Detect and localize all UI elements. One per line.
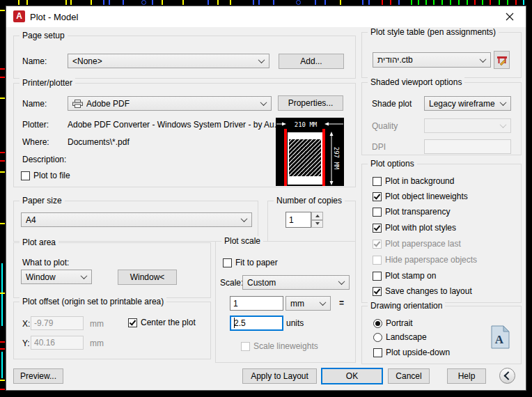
plotter-value: Adobe PDF Converter - Windows System Dri… <box>68 120 281 130</box>
quality-select <box>424 118 511 133</box>
page-setup-name-label: Name: <box>22 56 47 66</box>
portrait-radio[interactable]: Portrait <box>373 318 413 328</box>
help-button[interactable]: Help <box>447 368 486 384</box>
printer-legend: Printer/plotter <box>19 78 75 88</box>
checkbox-plot-object-lineweights[interactable]: Plot object lineweights <box>373 192 468 201</box>
equals-sign: = <box>339 298 344 308</box>
fewer-options-button[interactable] <box>499 368 515 384</box>
checkbox-box <box>373 256 382 265</box>
copies-spin-buttons <box>311 212 323 228</box>
preview-button[interactable]: Preview... <box>13 368 63 384</box>
description-label: Description: <box>22 155 66 164</box>
where-value: Documents\*.pdf <box>68 137 130 147</box>
shaded-viewport-group: Shaded viewport options Shade plot Legac… <box>361 82 522 155</box>
center-plot-checkbox[interactable]: Center the plot <box>128 318 196 327</box>
properties-button[interactable]: Properties... <box>278 95 343 111</box>
window-title: Plot - Model <box>30 12 78 22</box>
plot-options-legend: Plot options <box>368 159 417 169</box>
autocad-logo-icon: A <box>13 10 25 22</box>
shaded-viewport-legend: Shaded viewport options <box>368 77 464 88</box>
ok-button[interactable]: OK <box>321 368 383 384</box>
shade-plot-select[interactable]: Legacy wireframe <box>424 96 511 111</box>
title-bar[interactable]: A Plot - Model <box>6 6 526 27</box>
paper-preview-image: 210 MM 297 MM <box>276 118 344 186</box>
canvas-tick <box>152 0 153 5</box>
canvas-tick <box>499 0 500 5</box>
plot-scale-legend: Plot scale <box>221 236 263 247</box>
portrait-label: Portrait <box>386 318 413 328</box>
printer-icon <box>72 100 83 108</box>
what-to-plot-select[interactable]: Window <box>21 270 92 284</box>
canvas-tick <box>0 160 5 162</box>
plot-to-file-checkbox[interactable]: Plot to file <box>21 171 70 180</box>
add-button[interactable]: Add... <box>279 54 344 69</box>
edit-plot-style-button[interactable] <box>494 51 510 69</box>
copies-input[interactable] <box>285 212 311 228</box>
checkbox-label: Plot paperspace last <box>385 239 461 249</box>
canvas-bottom-edge <box>0 391 532 397</box>
radio-circle <box>373 333 382 342</box>
arrow-down-icon <box>315 222 320 225</box>
apply-to-layout-button[interactable]: Apply to Layout <box>242 368 317 384</box>
plot-options-group: Plot options Plot in background Plot obj… <box>361 164 522 303</box>
canvas-tick <box>433 0 435 5</box>
canvas-tick <box>362 0 363 5</box>
page-setup-name-select[interactable]: <None> <box>68 54 269 68</box>
offset-y-unit: mm <box>90 338 104 348</box>
canvas-tick <box>123 0 124 5</box>
canvas-tick <box>418 0 419 5</box>
checkbox-plot-with-plot-styles[interactable]: Plot with plot styles <box>373 223 456 233</box>
close-icon <box>506 13 514 21</box>
paper-units-select[interactable]: mm <box>285 296 331 311</box>
cancel-button[interactable]: Cancel <box>388 368 430 384</box>
canvas-tick <box>390 0 391 5</box>
checkbox-save-changes-to-layout[interactable]: Save changes to layout <box>373 286 472 296</box>
checkbox-plot-in-background[interactable]: Plot in background <box>373 176 454 186</box>
canvas-top-edge <box>0 0 532 6</box>
shade-plot-label: Shade plot <box>372 99 412 109</box>
text-caret <box>234 318 235 328</box>
printer-name-value: Adobe PDF <box>86 99 261 109</box>
plot-upside-down-checkbox[interactable]: Plot upside-down <box>373 348 450 357</box>
close-button[interactable] <box>499 9 520 24</box>
canvas-tick <box>65 0 67 5</box>
printer-name-select[interactable]: Adobe PDF <box>68 96 272 111</box>
spin-up-button[interactable] <box>311 212 323 220</box>
canvas-tick <box>0 380 5 381</box>
chevron-left-icon <box>504 371 513 380</box>
window-pick-button[interactable]: Window< <box>118 270 177 285</box>
checkbox-label: Plot transparency <box>385 207 450 217</box>
plot-style-select[interactable]: יהודית.ctb <box>373 52 491 68</box>
quality-label: Quality <box>372 121 398 131</box>
drawing-units-input[interactable] <box>230 316 283 331</box>
checkbox-plot-transparency[interactable]: Plot transparency <box>373 207 450 217</box>
checkbox-label: Plot object lineweights <box>385 192 468 201</box>
offset-x-label: X: <box>22 319 30 329</box>
checkbox-box <box>373 224 382 233</box>
canvas-tick <box>467 0 468 5</box>
checkbox-hide-paperspace-objects: Hide paperspace objects <box>373 255 477 265</box>
paper-size-select[interactable]: A4 <box>21 212 252 227</box>
center-plot-label: Center the plot <box>141 318 196 327</box>
canvas-tick <box>0 152 5 153</box>
preview-width-text: 210 MM <box>295 121 318 128</box>
scale-select[interactable]: Custom <box>242 275 350 290</box>
page-setup-name-value: <None> <box>72 56 259 66</box>
canvas-tick <box>458 0 460 5</box>
plot-upside-down-label: Plot upside-down <box>386 348 450 357</box>
canvas-tick <box>103 0 104 5</box>
fit-to-paper-checkbox[interactable]: Fit to paper <box>223 258 278 267</box>
spin-down-button[interactable] <box>311 220 323 228</box>
checkbox-box <box>373 177 382 186</box>
page-setup-group: Page setup Name: <None> Add... <box>13 36 356 79</box>
canvas-tick <box>515 0 517 5</box>
plot-offset-legend: Plot offset (origin set to printable are… <box>19 297 166 307</box>
landscape-radio[interactable]: Landscape <box>373 332 427 342</box>
paper-preview: 210 MM 297 MM <box>276 118 344 186</box>
checkbox-plot-stamp-on[interactable]: Plot stamp on <box>373 271 436 281</box>
copies-legend: Number of copies <box>274 196 345 206</box>
canvas-tick <box>441 0 443 5</box>
paper-units-input[interactable] <box>230 296 283 311</box>
canvas-tick <box>0 10 5 11</box>
fit-to-paper-label: Fit to paper <box>235 258 278 267</box>
